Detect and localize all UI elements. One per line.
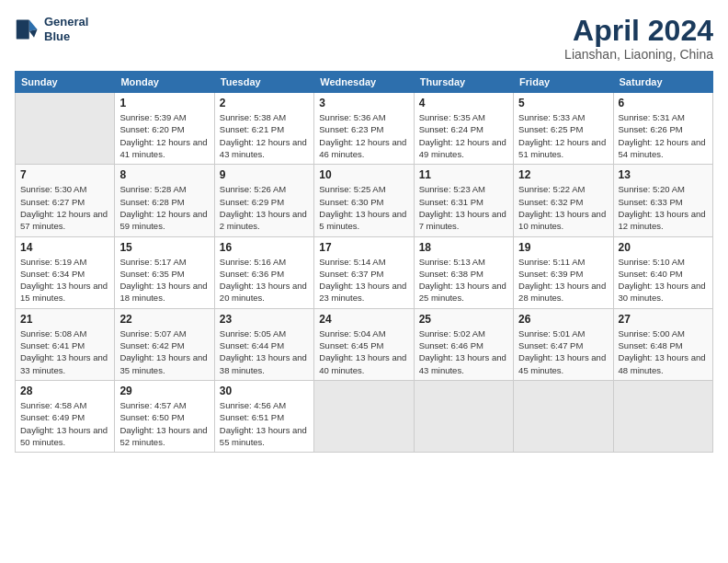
calendar-cell: 15Sunrise: 5:17 AMSunset: 6:35 PMDayligh… [115,236,214,308]
calendar-cell: 7Sunrise: 5:30 AMSunset: 6:27 PMDaylight… [16,165,115,236]
day-info: Sunrise: 5:02 AMSunset: 6:46 PMDaylight:… [419,327,508,376]
col-tuesday: Tuesday [214,72,313,93]
day-info: Sunrise: 5:36 AMSunset: 6:23 PMDaylight:… [319,111,408,160]
calendar-cell: 22Sunrise: 5:07 AMSunset: 6:42 PMDayligh… [115,308,214,380]
calendar-cell [16,93,115,165]
week-row-3: 14Sunrise: 5:19 AMSunset: 6:34 PMDayligh… [16,236,713,308]
day-number: 21 [20,313,109,326]
day-number: 7 [20,168,109,181]
header-row: Sunday Monday Tuesday Wednesday Thursday… [16,72,713,93]
calendar-cell: 5Sunrise: 5:33 AMSunset: 6:25 PMDaylight… [514,93,613,165]
day-info: Sunrise: 5:07 AMSunset: 6:42 PMDaylight:… [119,327,209,376]
day-info: Sunrise: 5:31 AMSunset: 6:26 PMDaylight:… [619,111,708,160]
day-number: 19 [518,241,608,254]
day-number: 5 [518,97,608,109]
day-number: 24 [319,313,408,326]
col-wednesday: Wednesday [314,72,414,93]
day-info: Sunrise: 5:16 AMSunset: 6:36 PMDaylight:… [220,256,309,304]
day-info: Sunrise: 5:04 AMSunset: 6:45 PMDaylight:… [319,327,408,376]
day-number: 16 [220,241,309,254]
calendar-cell: 26Sunrise: 5:01 AMSunset: 6:47 PMDayligh… [514,308,613,380]
calendar-cell [414,380,513,452]
day-number: 1 [119,97,209,109]
day-info: Sunrise: 5:08 AMSunset: 6:41 PMDaylight:… [20,327,109,376]
day-number: 25 [419,313,508,326]
day-info: Sunrise: 5:30 AMSunset: 6:27 PMDaylight:… [20,183,109,232]
day-number: 20 [619,241,708,254]
day-info: Sunrise: 5:38 AMSunset: 6:21 PMDaylight:… [220,111,309,160]
calendar-cell: 17Sunrise: 5:14 AMSunset: 6:37 PMDayligh… [314,236,414,308]
day-number: 17 [319,241,408,254]
day-number: 3 [319,97,408,109]
header: General Blue April 2024 Lianshan, Liaoni… [15,15,713,62]
day-info: Sunrise: 5:25 AMSunset: 6:30 PMDaylight:… [319,183,408,232]
day-info: Sunrise: 5:01 AMSunset: 6:47 PMDaylight:… [518,327,608,376]
day-number: 29 [119,385,209,397]
calendar-cell: 10Sunrise: 5:25 AMSunset: 6:30 PMDayligh… [314,165,414,236]
col-monday: Monday [115,72,214,93]
day-info: Sunrise: 4:56 AMSunset: 6:51 PMDaylight:… [220,399,309,448]
day-number: 13 [619,168,708,181]
day-info: Sunrise: 5:19 AMSunset: 6:34 PMDaylight:… [20,256,109,304]
day-info: Sunrise: 5:14 AMSunset: 6:37 PMDaylight:… [319,256,408,304]
calendar-cell: 4Sunrise: 5:35 AMSunset: 6:24 PMDaylight… [414,93,513,165]
day-number: 30 [220,385,309,397]
calendar-cell [613,380,712,452]
week-row-1: 1Sunrise: 5:39 AMSunset: 6:20 PMDaylight… [16,93,713,165]
day-info: Sunrise: 5:23 AMSunset: 6:31 PMDaylight:… [419,183,508,232]
day-info: Sunrise: 5:13 AMSunset: 6:38 PMDaylight:… [419,256,508,304]
title-area: April 2024 Lianshan, Liaoning, China [564,15,713,62]
logo: General Blue [15,15,88,43]
calendar-cell: 3Sunrise: 5:36 AMSunset: 6:23 PMDaylight… [314,93,414,165]
month-title: April 2024 [564,15,713,47]
day-info: Sunrise: 4:58 AMSunset: 6:49 PMDaylight:… [20,399,109,448]
day-number: 27 [619,313,708,326]
day-number: 15 [119,241,209,254]
day-info: Sunrise: 5:20 AMSunset: 6:33 PMDaylight:… [619,183,708,232]
day-number: 8 [119,168,209,181]
logo-icon [15,17,40,42]
day-number: 6 [619,97,708,109]
calendar-cell: 2Sunrise: 5:38 AMSunset: 6:21 PMDaylight… [214,93,313,165]
day-number: 26 [518,313,608,326]
calendar-cell: 28Sunrise: 4:58 AMSunset: 6:49 PMDayligh… [16,380,115,452]
calendar-body: 1Sunrise: 5:39 AMSunset: 6:20 PMDaylight… [16,93,713,453]
col-friday: Friday [514,72,613,93]
calendar-cell: 9Sunrise: 5:26 AMSunset: 6:29 PMDaylight… [214,165,313,236]
day-info: Sunrise: 5:39 AMSunset: 6:20 PMDaylight:… [119,111,209,160]
calendar-table: Sunday Monday Tuesday Wednesday Thursday… [15,71,713,453]
day-number: 18 [419,241,508,254]
calendar-cell: 21Sunrise: 5:08 AMSunset: 6:41 PMDayligh… [16,308,115,380]
calendar-cell: 25Sunrise: 5:02 AMSunset: 6:46 PMDayligh… [414,308,513,380]
day-info: Sunrise: 5:33 AMSunset: 6:25 PMDaylight:… [518,111,608,160]
day-number: 11 [419,168,508,181]
day-info: Sunrise: 5:28 AMSunset: 6:28 PMDaylight:… [119,183,209,232]
day-number: 9 [220,168,309,181]
calendar-cell: 23Sunrise: 5:05 AMSunset: 6:44 PMDayligh… [214,308,313,380]
day-info: Sunrise: 5:10 AMSunset: 6:40 PMDaylight:… [619,256,708,304]
calendar-cell: 13Sunrise: 5:20 AMSunset: 6:33 PMDayligh… [613,165,712,236]
day-info: Sunrise: 5:00 AMSunset: 6:48 PMDaylight:… [619,327,708,376]
day-number: 2 [220,97,309,109]
calendar-cell: 12Sunrise: 5:22 AMSunset: 6:32 PMDayligh… [514,165,613,236]
calendar-cell: 11Sunrise: 5:23 AMSunset: 6:31 PMDayligh… [414,165,513,236]
calendar-header: Sunday Monday Tuesday Wednesday Thursday… [16,72,713,93]
week-row-5: 28Sunrise: 4:58 AMSunset: 6:49 PMDayligh… [16,380,713,452]
day-number: 28 [20,385,109,397]
calendar-cell: 8Sunrise: 5:28 AMSunset: 6:28 PMDaylight… [115,165,214,236]
day-info: Sunrise: 5:17 AMSunset: 6:35 PMDaylight:… [119,256,209,304]
day-number: 12 [518,168,608,181]
calendar-cell: 16Sunrise: 5:16 AMSunset: 6:36 PMDayligh… [214,236,313,308]
day-info: Sunrise: 5:26 AMSunset: 6:29 PMDaylight:… [220,183,309,232]
day-info: Sunrise: 5:22 AMSunset: 6:32 PMDaylight:… [518,183,608,232]
week-row-2: 7Sunrise: 5:30 AMSunset: 6:27 PMDaylight… [16,165,713,236]
week-row-4: 21Sunrise: 5:08 AMSunset: 6:41 PMDayligh… [16,308,713,380]
day-info: Sunrise: 4:57 AMSunset: 6:50 PMDaylight:… [119,399,209,448]
calendar-cell: 18Sunrise: 5:13 AMSunset: 6:38 PMDayligh… [414,236,513,308]
subtitle: Lianshan, Liaoning, China [564,47,713,62]
calendar-cell: 6Sunrise: 5:31 AMSunset: 6:26 PMDaylight… [613,93,712,165]
calendar-cell [514,380,613,452]
col-saturday: Saturday [613,72,712,93]
day-info: Sunrise: 5:11 AMSunset: 6:39 PMDaylight:… [518,256,608,304]
day-number: 14 [20,241,109,254]
